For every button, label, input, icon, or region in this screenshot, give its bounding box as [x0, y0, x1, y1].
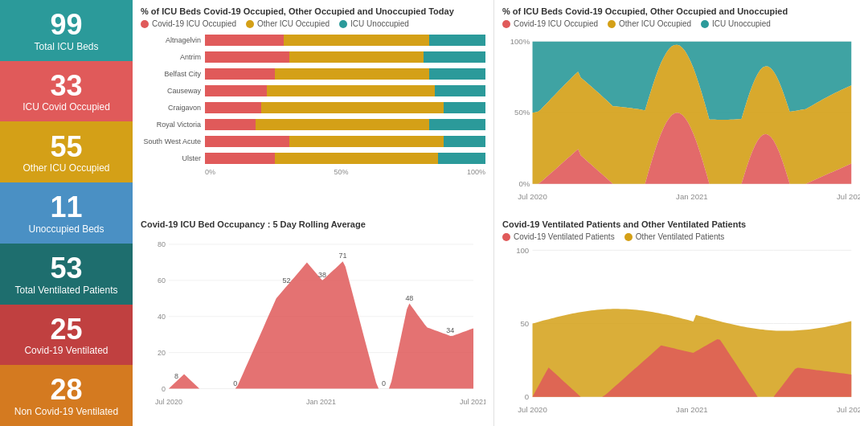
stat-covid-vent: 25 Covid-19 Ventilated [0, 305, 133, 366]
stat-label-other-icu: Other ICU Occupied [19, 162, 113, 174]
legend-dot-s-covid [502, 20, 510, 28]
stat-label-total-vent: Total Ventilated Patients [11, 285, 121, 296]
vent-chart-panel: Covid-19 Ventilated Patients and Other V… [494, 213, 868, 426]
svg-text:0: 0 [233, 379, 237, 387]
svg-text:Jul 2020: Jul 2020 [155, 398, 182, 406]
svg-text:20: 20 [158, 349, 166, 357]
svg-text:Jan 2021: Jan 2021 [306, 398, 336, 406]
legend-label-s-other: Other ICU Occupied [619, 19, 691, 28]
svg-text:Jul 2020: Jul 2020 [518, 405, 547, 414]
vent-legend: Covid-19 Ventilated Patients Other Venti… [502, 232, 860, 241]
svg-text:48: 48 [405, 294, 413, 302]
stat-label-non-covid-vent: Non Covid-19 Ventilated [11, 406, 121, 417]
stacked-area-panel: % of ICU Beds Covid-19 Occupied, Other O… [494, 0, 868, 213]
legend-dot-s-unoccupied [701, 20, 709, 28]
bar-track [205, 51, 485, 63]
bar-segment-unoccupied [429, 68, 485, 80]
bar-chart-panel: % of ICU Beds Covid-19 Occupied, Other O… [133, 0, 494, 213]
svg-text:38: 38 [318, 271, 326, 279]
legend-dot-other [246, 20, 254, 28]
bar-label: Craigavon [141, 104, 205, 112]
bar-track [205, 153, 485, 164]
legend-label-other: Other ICU Occupied [257, 19, 330, 28]
stat-number-other-icu: 55 [50, 131, 82, 163]
bar-track [205, 85, 485, 96]
legend-item-covid: Covid-19 ICU Occupied [141, 19, 236, 28]
legend-item-vent-other: Other Ventilated Patients [624, 232, 725, 241]
legend-label-vent-other: Other Ventilated Patients [636, 232, 725, 241]
svg-text:60: 60 [158, 276, 166, 285]
bar-segment-other [289, 51, 424, 63]
svg-text:100%: 100% [510, 37, 530, 46]
stat-label-total-icu: Total ICU Beds [31, 41, 101, 52]
stat-unoccupied: 11 Unoccupied Beds [0, 182, 133, 244]
bar-segment-other [275, 68, 429, 80]
bar-segment-covid [205, 119, 256, 130]
bar-row: Antrim [141, 50, 485, 64]
bar-label: Altnagelvin [141, 36, 205, 44]
stat-total-vent: 53 Total Ventilated Patients [0, 244, 133, 305]
legend-item-s-other: Other ICU Occupied [608, 19, 691, 28]
svg-text:Jul 2021: Jul 2021 [837, 192, 860, 201]
bar-segment-unoccupied [444, 136, 485, 147]
legend-dot-covid [141, 20, 149, 28]
main-content: % of ICU Beds Covid-19 Occupied, Other O… [133, 0, 868, 426]
legend-label-unoccupied: ICU Unoccupied [350, 19, 409, 28]
bar-chart-container: AltnagelvinAntrimBelfast CityCausewayCra… [141, 33, 485, 166]
line-chart-title: Covid-19 ICU Bed Occupancy : 5 Day Rolli… [141, 219, 485, 229]
bar-chart-title: % of ICU Beds Covid-19 Occupied, Other O… [141, 6, 485, 16]
stacked-area-title: % of ICU Beds Covid-19 Occupied, Other O… [502, 6, 860, 16]
bar-row: Craigavon [141, 100, 485, 115]
svg-text:Jan 2021: Jan 2021 [676, 192, 708, 201]
svg-text:Jul 2020: Jul 2020 [518, 192, 547, 201]
bar-segment-other [261, 102, 444, 113]
svg-text:100: 100 [516, 246, 529, 255]
bar-row: Altnagelvin [141, 33, 485, 47]
legend-item-s-unoccupied: ICU Unoccupied [701, 19, 771, 28]
legend-dot-s-other [608, 20, 616, 28]
bar-segment-covid [205, 51, 289, 63]
stat-number-unoccupied: 11 [50, 191, 82, 223]
bar-segment-unoccupied [444, 102, 485, 113]
bar-label: Belfast City [141, 70, 205, 78]
bar-track [205, 102, 485, 113]
bar-segment-covid [205, 85, 267, 96]
bar-label: Antrim [141, 53, 205, 61]
bar-row: Ulster [141, 151, 485, 166]
svg-text:Jul 2021: Jul 2021 [460, 398, 485, 406]
svg-text:0: 0 [162, 385, 166, 393]
x-label-100: 100% [467, 168, 485, 176]
stat-icu-covid: 33 ICU Covid Occupied [0, 61, 133, 122]
bar-segment-covid [205, 153, 275, 164]
svg-text:50%: 50% [514, 108, 530, 117]
svg-text:34: 34 [446, 326, 454, 334]
bar-segment-covid [205, 136, 289, 147]
legend-label-covid: Covid-19 ICU Occupied [152, 19, 236, 28]
bar-row: South West Acute [141, 134, 485, 149]
legend-label-s-covid: Covid-19 ICU Occupied [514, 19, 598, 28]
line-chart-svg: 0204060808052387104834Jul 2020Jan 2021Ju… [141, 232, 485, 408]
stacked-area-legend: Covid-19 ICU Occupied Other ICU Occupied… [502, 19, 860, 28]
bar-segment-covid [205, 68, 275, 80]
legend-dot-vent-covid [502, 233, 510, 241]
x-label-50: 50% [334, 168, 348, 176]
svg-text:40: 40 [158, 313, 166, 321]
bar-segment-unoccupied [429, 119, 485, 130]
bar-segment-unoccupied [435, 85, 485, 96]
stat-label-unoccupied: Unoccupied Beds [25, 223, 107, 235]
bar-segment-unoccupied [424, 51, 485, 63]
stacked-area-svg: 100%50%0%Jul 2020Jan 2021Jul 2021 [502, 33, 860, 201]
svg-text:0%: 0% [518, 179, 530, 188]
svg-text:50: 50 [521, 319, 530, 328]
svg-text:71: 71 [339, 252, 347, 260]
bar-segment-unoccupied [429, 35, 485, 46]
svg-text:0: 0 [382, 379, 386, 387]
bar-segment-covid [205, 35, 284, 46]
legend-item-s-covid: Covid-19 ICU Occupied [502, 19, 598, 28]
bar-segment-other [267, 85, 435, 96]
bar-track [205, 136, 485, 147]
line-chart-panel: Covid-19 ICU Bed Occupancy : 5 Day Rolli… [133, 213, 494, 426]
bar-row: Causeway [141, 84, 485, 98]
stat-number-icu-covid: 33 [50, 70, 82, 102]
legend-label-s-unoccupied: ICU Unoccupied [712, 19, 771, 28]
